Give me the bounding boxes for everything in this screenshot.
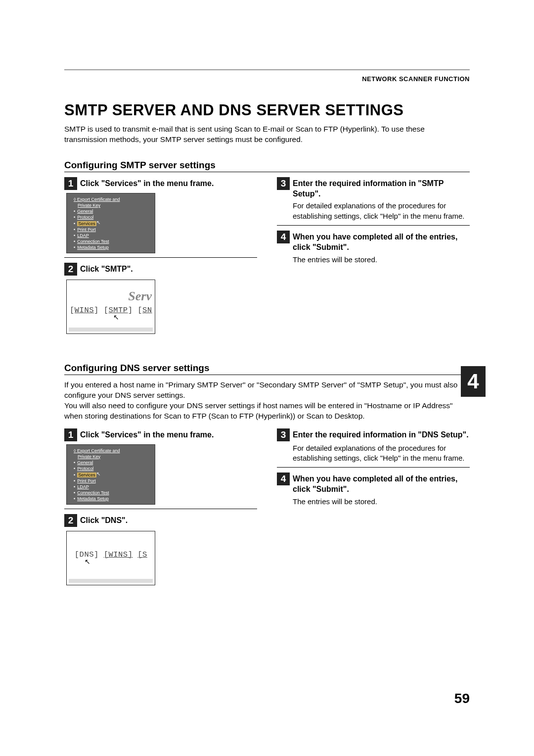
step-divider <box>277 225 470 226</box>
step-row: 4 When you have completed all of the ent… <box>277 472 470 495</box>
menu-item: LDAP <box>67 233 155 238</box>
step-number: 1 <box>64 177 77 190</box>
document-page: NETWORK SCANNER FUNCTION SMTP SERVER AND… <box>0 0 534 756</box>
menu-screenshot: ◊ Export Certificate and Private Key Gen… <box>66 444 155 505</box>
smtp-step-1: 1 Click "Services" in the menu frame. ◊ … <box>64 177 257 253</box>
step-number: 3 <box>277 428 290 441</box>
menu-item: Metadata Setup <box>67 244 155 250</box>
cursor-icon: ↖ <box>85 558 90 566</box>
step-number: 1 <box>64 428 77 441</box>
section-header: NETWORK SCANNER FUNCTION <box>64 75 470 83</box>
menu-item-label: Export Certificate and <box>77 448 120 453</box>
dns-left-col: 1 Click "Services" in the menu frame. ◊ … <box>64 428 257 589</box>
cursor-row: ↖ <box>70 315 155 324</box>
cursor-icon: ↖ <box>96 471 100 476</box>
dns-right-col: 3 Enter the required information in "DNS… <box>277 428 470 589</box>
menu-item: Print Port <box>67 227 155 233</box>
step-body: The entries will be stored. <box>293 255 470 265</box>
cursor-row: ↖ <box>70 559 155 568</box>
step-title: Click "Services" in the menu frame. <box>80 428 214 440</box>
smtp-step-4: 4 When you have completed all of the ent… <box>277 231 470 265</box>
heading-rule <box>64 375 470 375</box>
step-title: Enter the required information in "DNS S… <box>293 428 469 440</box>
dns-heading: Configuring DNS server settings <box>64 363 470 374</box>
services-title: Serv <box>70 289 155 304</box>
step-number: 2 <box>64 263 77 276</box>
step-title: Enter the required information in "SMTP … <box>293 177 470 199</box>
step-divider <box>277 467 470 468</box>
step-row: 4 When you have completed all of the ent… <box>277 231 470 253</box>
step-number: 4 <box>277 231 290 243</box>
dns-step-2: 2 Click "DNS". [DNS] [WINS] [S ↖ <box>64 514 257 585</box>
dns-step-3: 3 Enter the required information in "DNS… <box>277 428 470 464</box>
step-row: 2 Click "SMTP". <box>64 263 257 276</box>
cursor-icon: ↖ <box>96 220 100 225</box>
services-links: [WINS] [SMTP] [SN <box>70 306 155 315</box>
menu-item-services: Services↖ <box>67 472 155 478</box>
menu-item: Protocol <box>67 466 155 472</box>
services-links: [DNS] [WINS] [S <box>70 550 155 559</box>
menu-item: Connection Test <box>67 238 155 244</box>
step-number: 2 <box>64 514 77 527</box>
page-title: SMTP SERVER AND DNS SERVER SETTINGS <box>64 101 470 119</box>
step-title: When you have completed all of the entri… <box>293 231 470 253</box>
step-row: 3 Enter the required information in "SMT… <box>277 177 470 199</box>
menu-item-services: Services↖ <box>67 220 155 227</box>
page-number: 59 <box>454 691 470 707</box>
step-body: For detailed explanations of the procedu… <box>293 443 470 464</box>
menu-item-highlighted: Services <box>77 472 96 477</box>
menu-item-label: Export Certificate and <box>77 197 120 202</box>
chapter-tab: 4 <box>461 366 486 397</box>
intro-text: SMTP is used to transmit e-mail that is … <box>64 124 470 145</box>
menu-item: General <box>67 460 155 466</box>
services-screenshot: [DNS] [WINS] [S ↖ <box>66 531 155 585</box>
menu-item: Protocol <box>67 214 155 220</box>
header-rule <box>64 69 470 70</box>
step-number: 4 <box>277 472 290 485</box>
smtp-right-col: 3 Enter the required information in "SMT… <box>277 177 470 338</box>
smtp-step-3: 3 Enter the required information in "SMT… <box>277 177 470 221</box>
step-body: The entries will be stored. <box>293 497 470 507</box>
menu-item: Connection Test <box>67 490 155 496</box>
dns-intro: If you entered a host name in "Primary S… <box>64 380 470 422</box>
smtp-left-col: 1 Click "Services" in the menu frame. ◊ … <box>64 177 257 338</box>
menu-item: LDAP <box>67 484 155 490</box>
smtp-step-2: 2 Click "SMTP". Serv [WINS] [SMTP] [SN ↖ <box>64 263 257 334</box>
step-divider <box>64 257 257 258</box>
cursor-icon: ↖ <box>113 313 119 321</box>
heading-rule <box>64 172 470 172</box>
menu-item: ◊ Export Certificate and <box>67 196 155 202</box>
step-row: 1 Click "Services" in the menu frame. <box>64 428 257 441</box>
bottom-bar <box>69 328 153 331</box>
menu-item: General <box>67 208 155 214</box>
step-divider <box>64 509 257 509</box>
step-title: Click "Services" in the menu frame. <box>80 177 214 189</box>
step-title: When you have completed all of the entri… <box>293 472 470 495</box>
menu-item: Metadata Setup <box>67 496 155 502</box>
step-number: 3 <box>277 177 290 190</box>
dns-step-4: 4 When you have completed all of the ent… <box>277 472 470 507</box>
smtp-heading: Configuring SMTP server settings <box>64 160 470 171</box>
menu-item-highlighted: Services <box>77 221 96 226</box>
dns-step-1: 1 Click "Services" in the menu frame. ◊ … <box>64 428 257 505</box>
step-title: Click "DNS". <box>80 514 128 526</box>
menu-item: Private Key <box>67 454 155 460</box>
step-title: Click "SMTP". <box>80 263 133 275</box>
step-row: 3 Enter the required information in "DNS… <box>277 428 470 441</box>
step-row: 2 Click "DNS". <box>64 514 257 527</box>
dns-columns: 1 Click "Services" in the menu frame. ◊ … <box>64 428 470 589</box>
step-body: For detailed explanations of the procedu… <box>293 201 470 221</box>
services-screenshot: Serv [WINS] [SMTP] [SN ↖ <box>66 280 155 334</box>
bottom-bar <box>69 579 153 583</box>
menu-item: Private Key <box>67 202 155 208</box>
menu-screenshot: ◊ Export Certificate and Private Key Gen… <box>66 193 155 253</box>
menu-item: Print Port <box>67 478 155 484</box>
smtp-columns: 1 Click "Services" in the menu frame. ◊ … <box>64 177 470 338</box>
step-row: 1 Click "Services" in the menu frame. <box>64 177 257 190</box>
menu-item: ◊ Export Certificate and <box>67 448 155 454</box>
